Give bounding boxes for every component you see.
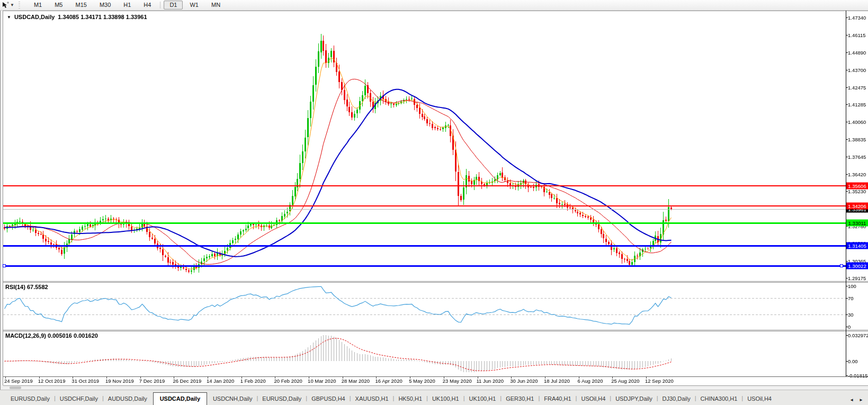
timeframe-button-m1[interactable]: M1 [28,1,48,10]
chart-tab-eurusd-daily[interactable]: EURUSD,Daily [6,393,54,404]
chart-tabbar: EURUSD,Daily|USDCHF,Daily|AUDUSD,Daily|U… [0,390,868,405]
chart-tab-uk100-h1[interactable]: UK100,H1 [428,393,463,404]
hscrollbar-thumb[interactable] [10,386,21,389]
chart-tab-audusd-daily[interactable]: AUDUSD,Daily [104,393,151,404]
date-axis-label: 16 Apr 2020 [375,378,402,384]
date-axis-label: 12 Oct 2019 [38,378,66,384]
chart-tab-fra40-h1[interactable]: FRA40,H1 [540,393,575,404]
toolbar-grip[interactable] [19,2,20,8]
symbol-label: USDCAD,Daily [14,14,55,20]
price-axis-tick: 1.46115 [848,32,866,38]
timeframe-button-w1[interactable]: W1 [184,1,204,10]
ohlc-values: 1.34085 1.34171 1.33898 1.33961 [58,14,147,20]
price-axis-tick: 1.41285 [848,101,866,107]
price-line-label[interactable]: 1.34206 [846,202,868,209]
price-axis-tick: 1.38835 [848,137,866,142]
timeframe-button-mn[interactable]: MN [205,1,226,10]
date-axis-label: 23 May 2020 [443,378,472,384]
chart-tab-gbpusd-h4[interactable]: GBPUSD,H4 [307,393,350,404]
price-axis-tick: 1.42475 [848,84,866,90]
chart-canvas[interactable] [0,0,868,405]
macd-scale-tick: 0.00 [848,358,858,364]
chart-tab-china300-h1[interactable]: CHINA300,H1 [696,393,742,404]
chart-tab-hk50-h1[interactable]: HK50,H1 [394,393,426,404]
chart-tab-ger30-h1[interactable]: GER30,H1 [502,393,538,404]
date-axis-label: 5 May 2020 [409,378,435,384]
price-line-label[interactable]: 1.30022 [846,262,868,269]
chart-tab-dj30-daily[interactable]: DJ30,Daily [658,393,695,404]
timeframe-toolbar: ▼ M1M5M15M30H1H4D1W1MN [0,0,868,11]
chart-tab-usdcnh-daily[interactable]: USDCNH,Daily [209,393,257,404]
date-axis-label: 10 Mar 2020 [308,378,336,384]
price-axis-tick: 1.40060 [848,119,866,125]
price-axis-tick: 1.37645 [848,154,866,159]
timeframe-button-m15[interactable]: M15 [69,1,92,10]
timeframe-button-d1[interactable]: D1 [164,1,183,10]
macd-scale-tick: 0.032972 [848,332,868,338]
date-axis-label: 7 Dec 2019 [139,378,165,384]
price-line-label[interactable]: 1.33011 [846,219,868,226]
date-axis-label: 14 Jan 2020 [207,378,234,384]
date-axis-label: 26 Dec 2019 [173,378,201,384]
date-axis-label: 12 Sep 2020 [645,378,674,384]
price-axis-tick: 1.43700 [848,67,866,73]
chart-symbol-title: ▼ USDCAD,Daily 1.34085 1.34171 1.33898 1… [7,14,147,20]
date-axis-label: 28 Mar 2020 [342,378,370,384]
rsi-scale-tick: 0 [848,324,851,330]
price-line-label[interactable]: 1.31405 [846,242,868,249]
tab-scroll-left-icon[interactable]: ◄ [849,398,854,402]
macd-label: MACD(12,26,9) 0.005016 0.001620 [5,332,98,339]
macd-scale-tick: -0.01815 [848,373,868,379]
price-line-label[interactable]: 1.35606 [846,182,868,189]
tab-scroll-arrows: ◄ ► [847,398,868,405]
chart-tab-usdchf-daily[interactable]: USDCHF,Daily [56,393,102,404]
date-axis-label: 18 Jul 2020 [544,378,570,384]
timeframe-button-m5[interactable]: M5 [49,1,68,10]
cursor-crosshair-icon[interactable] [2,2,10,8]
price-axis-tick: 1.44890 [848,50,866,56]
chart-tab-usdcad-daily[interactable]: USDCAD,Daily [153,392,207,405]
price-axis-tick: 1.36420 [848,171,866,177]
price-axis-tick: 1.29175 [848,275,866,281]
price-axis-tick: 1.47340 [848,14,866,20]
timeframe-button-m30[interactable]: M30 [94,1,117,10]
rsi-scale-tick: 30 [848,311,854,317]
chart-hscrollbar[interactable] [3,386,868,390]
date-axis-label: 19 Nov 2019 [105,378,134,384]
tab-scroll-right-icon[interactable]: ► [859,398,863,402]
toolbar-divider [160,2,160,8]
chart-tabs: EURUSD,Daily|USDCHF,Daily|AUDUSD,Daily|U… [0,391,847,405]
rsi-label: RSI(14) 67.5582 [5,284,48,290]
date-axis-label: 24 Sep 2019 [4,378,33,384]
chart-tab-eurusd-daily[interactable]: EURUSD,Daily [258,393,306,404]
date-axis-label: 6 Aug 2020 [578,378,603,384]
rsi-scale-tick: 100 [848,283,856,289]
chart-tab-usoil-h4[interactable]: USOil,H4 [743,393,776,404]
chart-tab-usoil-h4[interactable]: USOil,H4 [577,393,610,404]
date-axis-label: 1 Feb 2020 [240,378,266,384]
date-axis-label: 11 Jun 2020 [477,378,504,384]
timeframe-buttons-group: M1M5M15M30H1H4D1W1MN [28,1,227,10]
date-axis-label: 25 Aug 2020 [611,378,639,384]
collapse-triangle-icon[interactable]: ▼ [7,15,11,20]
chart-tab-xauusd-h1[interactable]: XAUUSD,H1 [351,393,393,404]
date-axis-label: 30 Jun 2020 [510,378,538,384]
chevron-down-icon[interactable]: ▼ [10,3,14,7]
date-axis-label: 31 Oct 2019 [71,378,99,384]
timeframe-button-h4[interactable]: H4 [138,1,157,10]
date-axis-label: 20 Feb 2020 [274,378,302,384]
chart-tab-usdjpy-daily[interactable]: USDJPY,Daily [611,393,657,404]
timeframe-button-h1[interactable]: H1 [118,1,137,10]
rsi-scale-tick: 70 [848,295,854,301]
chart-tab-uk100-h1[interactable]: UK100,H1 [465,393,500,404]
